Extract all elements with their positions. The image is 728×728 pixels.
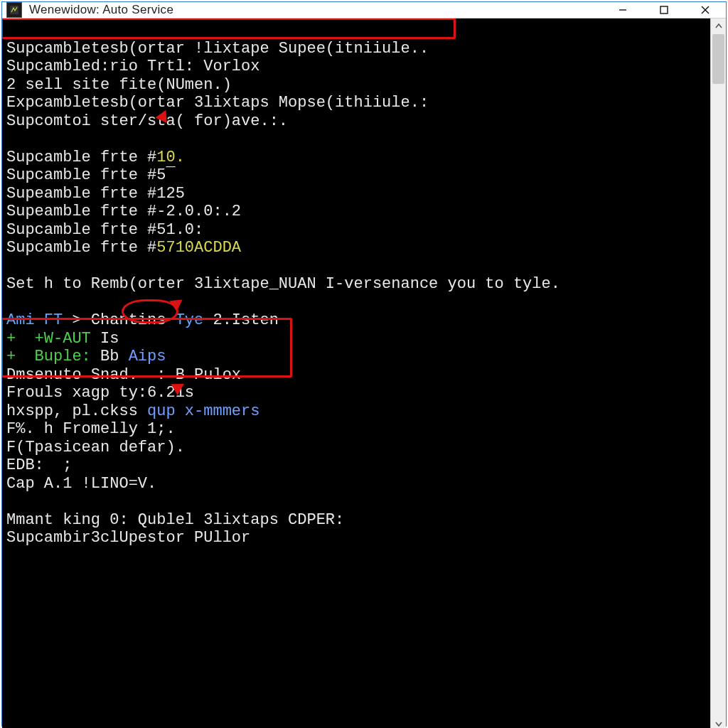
- scroll-thumb[interactable]: [712, 34, 724, 84]
- term-line: EDB: ;: [6, 456, 706, 475]
- term-blank: [6, 294, 706, 312]
- app-icon: [6, 2, 22, 18]
- term-line: F(Tpasicean defar).: [6, 439, 706, 457]
- term-blank: [6, 493, 706, 511]
- term-line: 2 sell site fite(NUmen.): [6, 76, 706, 95]
- svg-rect-2: [660, 6, 668, 14]
- term-line: Frouls xagp ty:6.21s: [6, 384, 706, 402]
- term-line: Ami FT > Chantins Tye 2.Isten: [6, 311, 706, 330]
- client-area: Supcambletesb(ortar !lixtape Supee(itnii…: [2, 18, 726, 728]
- term-line: Supcomtoi ster/sta( for)ave.:.: [6, 112, 706, 131]
- titlebar[interactable]: Wenewidow: Auto Service: [2, 2, 726, 18]
- term-line: Mmant king 0: Qublel 3lixtaps CDPER:: [6, 511, 706, 530]
- term-line: Supcambir3clUpestor PUllor: [6, 529, 706, 547]
- term-line: Supcamble frte #5710ACDDA: [6, 239, 706, 257]
- term-line: Expcambletesb(ortar 3lixtaps Mopse(ithii…: [6, 94, 706, 112]
- term-line: hxspp, pl.ckss qup x-mmmers: [6, 402, 706, 421]
- term-line: Supcamble frte #10.: [6, 149, 706, 167]
- close-button[interactable]: [685, 2, 726, 18]
- term-line: Dmsenuto Snad. : B Pulox: [6, 366, 706, 385]
- term-line: F%. h Fromelly 1;.: [6, 420, 706, 439]
- term-line: Cap A.1 !LINO=V.: [6, 475, 706, 493]
- term-line: Supeamble frte #125: [6, 185, 706, 203]
- maximize-button[interactable]: [643, 2, 685, 18]
- term-line: Supeamble frte #-2.0.0:.2: [6, 203, 706, 221]
- term-line: Supcamble frte #5¯: [6, 166, 706, 185]
- vertical-scrollbar[interactable]: [710, 18, 726, 728]
- term-line: Supcambletesb(ortar !lixtape Supee(itnii…: [6, 40, 706, 58]
- term-line: Set h to Remb(orter 3lixtape_NUAN I-vers…: [6, 275, 706, 294]
- term-line: + +W-AUT Is: [6, 330, 706, 348]
- scroll-down-icon[interactable]: [711, 716, 726, 728]
- term-line: Supcambled:rio Trtl: Vorlox: [6, 58, 706, 76]
- scroll-up-icon[interactable]: [711, 18, 726, 34]
- term-blank: [6, 130, 706, 149]
- minimize-button[interactable]: [602, 2, 643, 18]
- term-blank: [6, 257, 706, 276]
- terminal-output[interactable]: Supcambletesb(ortar !lixtape Supee(itnii…: [2, 18, 710, 728]
- app-window: Wenewidow: Auto Service Supcambletesb(or…: [1, 1, 727, 727]
- annotation-box-1: [2, 18, 456, 39]
- window-controls: [602, 2, 726, 18]
- term-line: + Buple: Bb Aips: [6, 348, 706, 366]
- window-title: Wenewidow: Auto Service: [29, 3, 602, 17]
- term-line: Supcamble frte #51.0:: [6, 221, 706, 240]
